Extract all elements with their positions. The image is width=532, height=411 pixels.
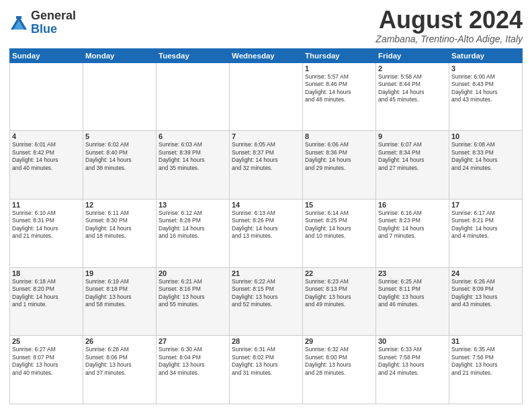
logo-blue-text: Blue [31,23,76,36]
day-number: 25 [12,337,81,345]
day-number: 20 [159,269,227,277]
day-number: 27 [159,337,227,345]
table-cell: 3Sunrise: 6:00 AMSunset: 8:43 PMDaylight… [449,62,523,131]
table-cell: 27Sunrise: 6:30 AMSunset: 8:04 PMDayligh… [157,336,230,404]
day-number: 2 [378,64,447,73]
svg-rect-2 [16,16,21,19]
day-info: Sunrise: 6:18 AMSunset: 8:20 PMDaylight:… [12,278,81,309]
col-wednesday: Wednesday [230,48,303,62]
day-info: Sunrise: 6:17 AMSunset: 8:21 PMDaylight:… [451,210,520,240]
day-info: Sunrise: 6:00 AMSunset: 8:43 PMDaylight:… [451,73,520,104]
col-friday: Friday [376,48,449,62]
table-cell: 12Sunrise: 6:11 AMSunset: 8:30 PMDayligh… [83,199,157,267]
table-cell [230,62,303,131]
day-info: Sunrise: 6:02 AMSunset: 8:40 PMDaylight:… [85,141,154,172]
table-cell: 29Sunrise: 6:32 AMSunset: 8:00 PMDayligh… [303,336,376,404]
day-info: Sunrise: 6:16 AMSunset: 8:23 PMDaylight:… [378,210,447,240]
day-info: Sunrise: 6:27 AMSunset: 8:07 PMDaylight:… [12,346,81,377]
header-row: Sunday Monday Tuesday Wednesday Thursday… [10,48,523,62]
col-monday: Monday [83,48,157,62]
day-number: 24 [451,269,520,277]
calendar-table: Sunday Monday Tuesday Wednesday Thursday… [9,48,523,404]
day-number: 26 [85,337,154,345]
calendar-week-row: 25Sunrise: 6:27 AMSunset: 8:07 PMDayligh… [10,336,523,404]
header: General Blue August 2024 Zambana, Trenti… [9,7,523,44]
day-number: 9 [378,132,447,140]
table-cell: 11Sunrise: 6:10 AMSunset: 8:31 PMDayligh… [10,199,83,267]
month-title: August 2024 [375,7,523,34]
day-number: 31 [451,337,520,345]
day-info: Sunrise: 6:13 AMSunset: 8:26 PMDaylight:… [232,210,300,240]
day-number: 22 [305,269,373,277]
day-number: 8 [305,132,373,140]
table-cell: 19Sunrise: 6:19 AMSunset: 8:18 PMDayligh… [83,267,157,336]
day-number: 18 [12,269,81,277]
day-number: 10 [451,132,520,140]
table-cell: 17Sunrise: 6:17 AMSunset: 8:21 PMDayligh… [449,199,523,267]
table-cell: 9Sunrise: 6:07 AMSunset: 8:34 PMDaylight… [376,131,449,199]
table-cell: 6Sunrise: 6:03 AMSunset: 8:39 PMDaylight… [157,131,230,199]
calendar-week-row: 1Sunrise: 5:57 AMSunset: 8:46 PMDaylight… [10,62,523,131]
day-number: 23 [378,269,447,277]
day-info: Sunrise: 6:32 AMSunset: 8:00 PMDaylight:… [305,346,373,377]
table-cell: 28Sunrise: 6:31 AMSunset: 8:02 PMDayligh… [230,336,303,404]
table-cell: 16Sunrise: 6:16 AMSunset: 8:23 PMDayligh… [376,199,449,267]
day-number: 11 [12,201,81,209]
day-info: Sunrise: 6:35 AMSunset: 7:56 PMDaylight:… [451,346,520,377]
day-number: 5 [85,132,154,140]
table-cell: 15Sunrise: 6:14 AMSunset: 8:25 PMDayligh… [303,199,376,267]
col-tuesday: Tuesday [157,48,230,62]
day-info: Sunrise: 6:23 AMSunset: 8:13 PMDaylight:… [305,278,373,309]
table-cell: 31Sunrise: 6:35 AMSunset: 7:56 PMDayligh… [449,336,523,404]
day-number: 3 [451,64,520,73]
table-cell: 25Sunrise: 6:27 AMSunset: 8:07 PMDayligh… [10,336,83,404]
calendar-week-row: 18Sunrise: 6:18 AMSunset: 8:20 PMDayligh… [10,267,523,336]
table-cell: 5Sunrise: 6:02 AMSunset: 8:40 PMDaylight… [83,131,157,199]
day-info: Sunrise: 6:33 AMSunset: 7:58 PMDaylight:… [378,346,447,377]
day-info: Sunrise: 6:30 AMSunset: 8:04 PMDaylight:… [159,346,227,377]
day-info: Sunrise: 6:06 AMSunset: 8:36 PMDaylight:… [305,141,373,172]
day-number: 29 [305,337,373,345]
day-info: Sunrise: 6:01 AMSunset: 8:42 PMDaylight:… [12,141,81,172]
day-info: Sunrise: 6:08 AMSunset: 8:33 PMDaylight:… [451,141,520,172]
col-saturday: Saturday [449,48,523,62]
title-block: August 2024 Zambana, Trentino-Alto Adige… [375,7,523,44]
day-info: Sunrise: 6:19 AMSunset: 8:18 PMDaylight:… [85,278,154,309]
day-number: 4 [12,132,81,140]
day-number: 12 [85,201,154,209]
day-info: Sunrise: 6:10 AMSunset: 8:31 PMDaylight:… [12,210,81,240]
table-cell: 1Sunrise: 5:57 AMSunset: 8:46 PMDaylight… [303,62,376,131]
table-cell: 24Sunrise: 6:26 AMSunset: 8:09 PMDayligh… [449,267,523,336]
table-cell: 22Sunrise: 6:23 AMSunset: 8:13 PMDayligh… [303,267,376,336]
table-cell: 2Sunrise: 5:58 AMSunset: 8:44 PMDaylight… [376,62,449,131]
day-info: Sunrise: 6:07 AMSunset: 8:34 PMDaylight:… [378,141,447,172]
day-number: 14 [232,201,300,209]
table-cell: 10Sunrise: 6:08 AMSunset: 8:33 PMDayligh… [449,131,523,199]
day-number: 28 [232,337,300,345]
day-number: 17 [451,201,520,209]
table-cell: 4Sunrise: 6:01 AMSunset: 8:42 PMDaylight… [10,131,83,199]
table-cell: 8Sunrise: 6:06 AMSunset: 8:36 PMDaylight… [303,131,376,199]
day-number: 15 [305,201,373,209]
day-info: Sunrise: 5:58 AMSunset: 8:44 PMDaylight:… [378,73,447,104]
day-info: Sunrise: 6:28 AMSunset: 8:06 PMDaylight:… [85,346,154,377]
logo-text: General Blue [31,9,76,36]
day-number: 30 [378,337,447,345]
table-cell [83,62,157,131]
day-info: Sunrise: 6:22 AMSunset: 8:15 PMDaylight:… [232,278,300,309]
day-number: 7 [232,132,300,140]
day-info: Sunrise: 6:14 AMSunset: 8:25 PMDaylight:… [305,210,373,240]
day-info: Sunrise: 6:25 AMSunset: 8:11 PMDaylight:… [378,278,447,309]
calendar-week-row: 11Sunrise: 6:10 AMSunset: 8:31 PMDayligh… [10,199,523,267]
day-number: 16 [378,201,447,209]
day-number: 13 [159,201,227,209]
day-number: 19 [85,269,154,277]
day-number: 6 [159,132,227,140]
day-info: Sunrise: 6:31 AMSunset: 8:02 PMDaylight:… [232,346,300,377]
logo: General Blue [9,9,76,36]
table-cell: 23Sunrise: 6:25 AMSunset: 8:11 PMDayligh… [376,267,449,336]
table-cell: 14Sunrise: 6:13 AMSunset: 8:26 PMDayligh… [230,199,303,267]
day-number: 21 [232,269,300,277]
table-cell: 20Sunrise: 6:21 AMSunset: 8:16 PMDayligh… [157,267,230,336]
table-cell: 7Sunrise: 6:05 AMSunset: 8:37 PMDaylight… [230,131,303,199]
